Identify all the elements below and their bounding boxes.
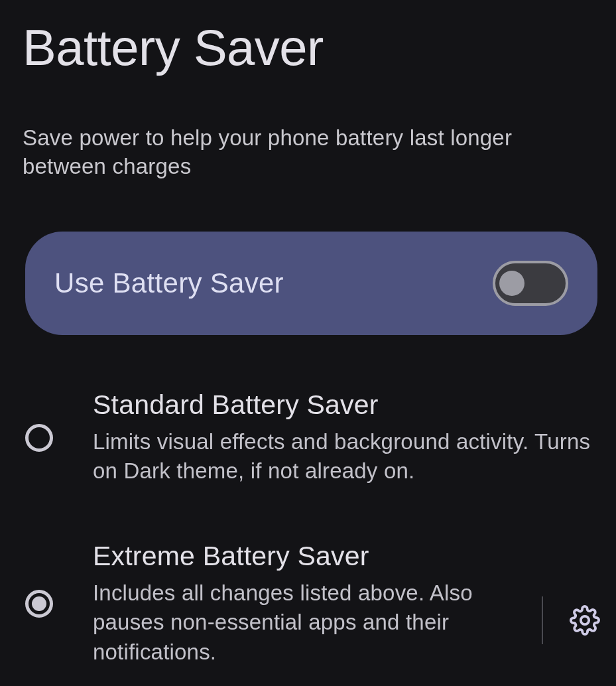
option-extreme-content: Extreme Battery Saver Includes all chang… bbox=[93, 541, 522, 667]
use-battery-saver-label: Use Battery Saver bbox=[54, 267, 284, 299]
toggle-thumb bbox=[499, 271, 524, 296]
option-extreme-battery-saver[interactable]: Extreme Battery Saver Includes all chang… bbox=[0, 541, 616, 667]
radio-extreme-inner bbox=[32, 596, 46, 611]
option-standard-content: Standard Battery Saver Limits visual eff… bbox=[93, 389, 600, 486]
use-battery-saver-row[interactable]: Use Battery Saver bbox=[25, 232, 597, 335]
option-standard-battery-saver[interactable]: Standard Battery Saver Limits visual eff… bbox=[0, 389, 616, 486]
option-extreme-description: Includes all changes listed above. Also … bbox=[93, 579, 515, 667]
option-extreme-trailing bbox=[522, 541, 600, 667]
use-battery-saver-toggle[interactable] bbox=[493, 261, 568, 306]
radio-extreme[interactable] bbox=[25, 590, 53, 618]
page-subtitle: Save power to help your phone battery la… bbox=[0, 76, 616, 181]
page-title: Battery Saver bbox=[0, 0, 616, 76]
svg-point-0 bbox=[581, 616, 589, 624]
option-extreme-title: Extreme Battery Saver bbox=[93, 541, 515, 572]
option-standard-description: Limits visual effects and background act… bbox=[93, 427, 593, 486]
option-standard-title: Standard Battery Saver bbox=[93, 389, 593, 421]
vertical-divider bbox=[542, 596, 543, 644]
radio-standard[interactable] bbox=[25, 424, 53, 452]
gear-icon[interactable] bbox=[570, 605, 600, 636]
